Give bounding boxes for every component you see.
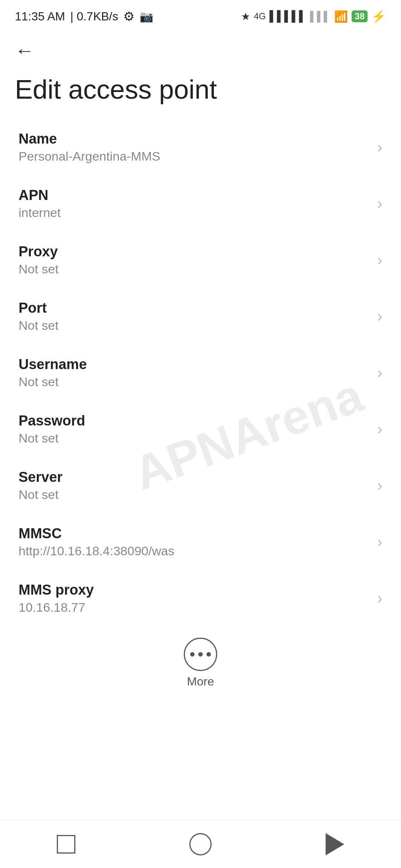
settings-label-proxy: Proxy [19, 244, 59, 260]
settings-value-mms-proxy: 10.16.18.77 [19, 600, 94, 615]
wifi-icon: 📶 [334, 10, 348, 23]
settings-label-apn: APN [19, 187, 61, 203]
back-button[interactable]: ← [0, 30, 401, 64]
settings-value-name: Personal-Argentina-MMS [19, 149, 160, 164]
settings-item-content-mmsc: MMSC http://10.16.18.4:38090/was [19, 526, 175, 558]
more-label: More [187, 675, 214, 688]
settings-item-mmsc[interactable]: MMSC http://10.16.18.4:38090/was › [0, 514, 401, 570]
chevron-right-icon-proxy: › [377, 251, 382, 269]
chevron-right-icon-server: › [377, 477, 382, 494]
video-icon: 📷 [140, 10, 153, 23]
settings-value-apn: internet [19, 206, 61, 220]
chevron-right-icon-password: › [377, 420, 382, 438]
settings-item-mms-proxy[interactable]: MMS proxy 10.16.18.77 › [0, 570, 401, 627]
signal-bars2-icon: ▌▌▌ [310, 11, 330, 22]
settings-item-content-port: Port Not set [19, 300, 59, 333]
settings-value-mmsc: http://10.16.18.4:38090/was [19, 544, 175, 558]
settings-value-proxy: Not set [19, 262, 59, 276]
page-title: Edit access point [0, 64, 401, 119]
settings-label-mms-proxy: MMS proxy [19, 582, 94, 598]
status-left: 11:35 AM | 0.7KB/s ⚙ 📷 [15, 9, 153, 24]
settings-item-name[interactable]: Name Personal-Argentina-MMS › [0, 119, 401, 175]
chevron-right-icon-apn: › [377, 195, 382, 213]
status-right: ★ 4G ▌▌▌▌▌ ▌▌▌ 📶 38 ⚡ [241, 9, 386, 23]
chevron-right-icon-mmsc: › [377, 533, 382, 551]
chevron-right-icon-name: › [377, 138, 382, 156]
bluetooth-icon: ★ [241, 10, 250, 23]
settings-value-password: Not set [19, 431, 85, 445]
time-display: 11:35 AM [15, 10, 65, 23]
settings-icon: ⚙ [123, 9, 134, 24]
back-nav-icon [326, 833, 344, 855]
nav-home-button[interactable] [182, 826, 219, 863]
signal-bars-icon: ▌▌▌▌▌ [270, 10, 306, 22]
nav-back-button[interactable] [318, 826, 352, 863]
settings-list: Name Personal-Argentina-MMS › APN intern… [0, 119, 401, 627]
back-arrow-icon: ← [15, 40, 34, 61]
status-bar: 11:35 AM | 0.7KB/s ⚙ 📷 ★ 4G ▌▌▌▌▌ ▌▌▌ 📶 … [0, 0, 401, 30]
settings-label-port: Port [19, 300, 59, 316]
chevron-right-icon-port: › [377, 308, 382, 325]
settings-label-mmsc: MMSC [19, 526, 175, 542]
settings-item-username[interactable]: Username Not set › [0, 345, 401, 401]
more-button[interactable] [184, 638, 217, 671]
nav-recents-button[interactable] [49, 828, 83, 861]
settings-item-content-username: Username Not set [19, 356, 87, 389]
signal-4g-icon: 4G [254, 11, 266, 22]
chevron-right-icon-mms-proxy: › [377, 589, 382, 607]
settings-item-password[interactable]: Password Not set › [0, 401, 401, 457]
settings-item-content-apn: APN internet [19, 187, 61, 220]
settings-label-name: Name [19, 131, 160, 147]
settings-item-port[interactable]: Port Not set › [0, 288, 401, 345]
nav-bar [0, 820, 401, 868]
charging-icon: ⚡ [371, 9, 386, 23]
more-button-container: More [0, 627, 401, 696]
settings-item-content-proxy: Proxy Not set [19, 244, 59, 276]
settings-item-content-server: Server Not set [19, 469, 62, 502]
settings-item-apn[interactable]: APN internet › [0, 175, 401, 232]
settings-value-port: Not set [19, 318, 59, 333]
settings-value-username: Not set [19, 375, 87, 389]
home-icon [189, 833, 212, 855]
speed-display: | 0.7KB/s [70, 10, 118, 23]
settings-value-server: Not set [19, 487, 62, 502]
battery-icon: 38 [352, 10, 368, 22]
settings-label-password: Password [19, 413, 85, 429]
recents-icon [57, 835, 75, 854]
settings-label-server: Server [19, 469, 62, 485]
settings-label-username: Username [19, 356, 87, 372]
chevron-right-icon-username: › [377, 364, 382, 382]
settings-item-proxy[interactable]: Proxy Not set › [0, 232, 401, 288]
settings-item-content-name: Name Personal-Argentina-MMS [19, 131, 160, 164]
settings-item-content-mms-proxy: MMS proxy 10.16.18.77 [19, 582, 94, 615]
settings-item-content-password: Password Not set [19, 413, 85, 445]
more-dots-icon [190, 652, 211, 657]
settings-item-server[interactable]: Server Not set › [0, 457, 401, 514]
